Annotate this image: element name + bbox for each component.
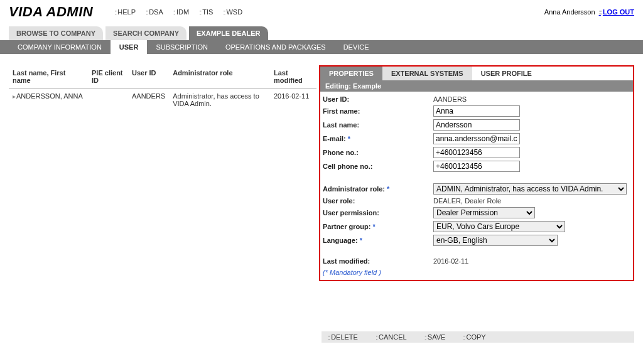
- th-userid[interactable]: User ID: [128, 65, 169, 88]
- logo: VIDA ADMIN: [9, 4, 93, 20]
- label-partner: Partner group: *: [323, 223, 433, 230]
- label-modified: Last modified:: [323, 257, 433, 265]
- select-partner[interactable]: EUR, Volvo Cars Europe: [433, 221, 565, 232]
- nav-tis[interactable]: ::TIS: [199, 8, 213, 16]
- label-phone: Phone no.:: [323, 149, 433, 156]
- cancel-button[interactable]: ::CANCEL: [376, 333, 407, 341]
- copy-button[interactable]: ::COPY: [463, 333, 485, 341]
- input-phone[interactable]: [433, 147, 520, 158]
- th-name[interactable]: Last name, First name: [9, 65, 88, 88]
- delete-button[interactable]: ::DELETE: [328, 333, 358, 341]
- nav-help[interactable]: ::HELP: [114, 8, 136, 16]
- save-button[interactable]: ::SAVE: [424, 333, 446, 341]
- nav-idm[interactable]: ::IDM: [173, 8, 189, 16]
- label-last: Last name:: [323, 121, 433, 129]
- select-userperm[interactable]: Dealer Permission: [433, 207, 535, 218]
- th-pie[interactable]: PIE client ID: [88, 65, 128, 88]
- panel-tab-profile[interactable]: USER PROFILE: [472, 67, 541, 80]
- subtab-subscription[interactable]: SUBSCRIPTION: [147, 40, 217, 54]
- chevron-right-icon: ▸: [13, 93, 16, 100]
- panel-tab-properties[interactable]: PROPERTIES: [320, 67, 382, 80]
- subtab-company-info[interactable]: COMPANY INFORMATION: [9, 40, 111, 54]
- nav-wsd[interactable]: ::WSD: [223, 8, 242, 16]
- th-role[interactable]: Administrator role: [169, 65, 270, 88]
- label-email: E-mail: *: [323, 135, 433, 142]
- value-userid: AANDERS: [433, 95, 628, 103]
- value-userrole: DEALER, Dealer Role: [433, 197, 628, 205]
- label-userrole: User role:: [323, 197, 433, 205]
- table-row[interactable]: ▸ANDERSSON, ANNA AANDERS Administrator, …: [9, 88, 316, 112]
- label-language: Language: *: [323, 237, 433, 244]
- user-table: Last name, First name PIE client ID User…: [9, 65, 316, 111]
- label-first: First name:: [323, 107, 433, 115]
- subtab-user[interactable]: USER: [111, 40, 148, 54]
- input-cell[interactable]: [433, 161, 520, 172]
- select-language[interactable]: en-GB, English: [433, 235, 558, 246]
- properties-panel: PROPERTIES EXTERNAL SYSTEMS USER PROFILE…: [319, 65, 634, 281]
- logout-link[interactable]: ::LOG OUT: [599, 8, 634, 16]
- tab-example-dealer[interactable]: EXAMPLE DEALER: [189, 26, 267, 40]
- subtab-ops[interactable]: OPERATIONS AND PACKAGES: [217, 40, 335, 54]
- label-userperm: User permission:: [323, 209, 433, 217]
- tab-search-company[interactable]: SEARCH COMPANY: [105, 26, 186, 40]
- tab-browse-company[interactable]: BROWSE TO COMPANY: [9, 26, 103, 40]
- nav-dsa[interactable]: ::DSA: [146, 8, 163, 16]
- panel-subtitle: Editing: Example: [320, 80, 633, 92]
- input-last-name[interactable]: [433, 119, 520, 131]
- select-adminrole[interactable]: ADMIN, Administrator, has access to VIDA…: [433, 183, 627, 195]
- panel-tab-external[interactable]: EXTERNAL SYSTEMS: [382, 67, 472, 80]
- label-adminrole: Administrator role: *: [323, 185, 433, 193]
- th-modified[interactable]: Last modified: [270, 65, 316, 88]
- value-modified: 2016-02-11: [433, 257, 628, 265]
- input-email[interactable]: [433, 133, 520, 144]
- label-cell: Cell phone no.:: [323, 163, 433, 170]
- input-first-name[interactable]: [433, 105, 520, 117]
- label-userid: User ID:: [323, 95, 433, 103]
- current-user: Anna Andersson: [544, 8, 595, 16]
- subtab-device[interactable]: DEVICE: [335, 40, 378, 54]
- mandatory-note: (* Mandatory field ): [320, 266, 633, 280]
